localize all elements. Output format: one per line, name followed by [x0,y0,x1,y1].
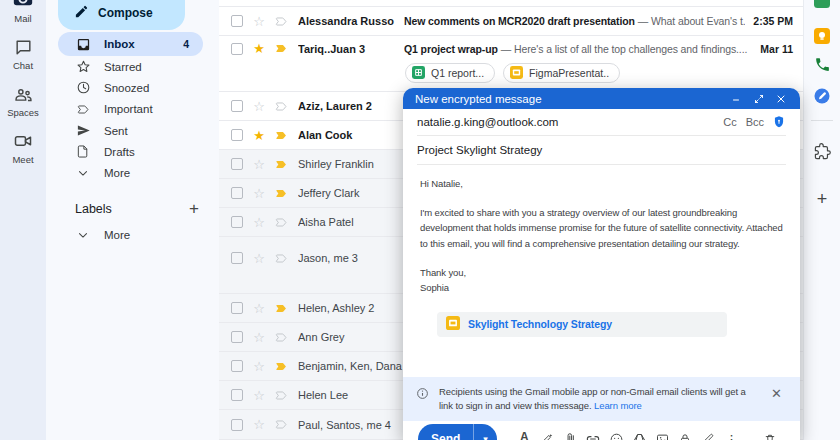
attachment-chip[interactable]: Q1 report... [405,63,495,83]
importance-marker-outline-icon[interactable] [274,14,290,28]
importance-marker-outline-icon[interactable] [274,99,290,113]
row-checkbox[interactable] [231,216,243,228]
drive-icon[interactable] [628,429,651,440]
rail-item-spaces[interactable]: Spaces [7,83,39,118]
email-row[interactable]: ☆Alessandra RussoNew comments on MCR2020… [219,7,803,36]
sidebar-item-more-labels[interactable]: More [58,224,203,245]
attachment-chip[interactable]: Skylight Technology Strategy [437,312,727,337]
star-filled-icon[interactable]: ★ [252,129,266,142]
star-outline-icon[interactable]: ☆ [252,252,266,265]
add-label-button[interactable]: + [189,200,199,217]
expand-icon[interactable] [751,91,766,106]
rail-item-mail[interactable]: Mail [11,0,35,24]
importance-marker-filled-icon[interactable] [274,359,290,373]
pen-icon[interactable] [697,429,720,440]
email-row[interactable]: ★Tariq..Juan 3Q1 project wrap-up — Here'… [219,36,803,92]
emoji-icon[interactable] [605,429,628,440]
labels-header: Labels [75,202,112,216]
compose-button-label: Compose [98,6,153,20]
bcc-button[interactable]: Bcc [746,116,764,128]
star-outline-icon[interactable]: ☆ [252,100,266,113]
sidebar-item-inbox[interactable]: Inbox4 [58,32,203,56]
trash-icon[interactable] [758,429,781,440]
link-icon[interactable] [582,429,605,440]
row-checkbox[interactable] [231,100,243,112]
importance-marker-filled-icon[interactable] [274,301,290,315]
star-outline-icon[interactable]: ☆ [252,302,266,315]
compose-button[interactable]: Compose [58,0,185,30]
sidebar-item-label: More [104,229,130,241]
star-outline-icon[interactable]: ☆ [252,158,266,171]
subject-field[interactable]: Project Skylight Strategy [417,136,786,165]
row-checkbox[interactable] [231,129,243,141]
compose-titlebar[interactable]: New encrypted message [403,88,800,109]
addons-puzzle-icon[interactable] [814,143,831,160]
help-me-write-icon[interactable] [536,429,559,440]
sidebar-item-snoozed[interactable]: Snoozed [58,77,203,98]
body-greeting: Hi Natalie, [420,176,783,191]
row-checkbox[interactable] [231,389,243,401]
importance-marker-outline-icon[interactable] [274,215,290,229]
send-button[interactable]: Send ▾ [418,424,497,440]
attachment-chip[interactable]: FigmaPresentat.. [503,63,620,83]
encryption-shield-icon[interactable] [771,115,786,130]
star-filled-icon[interactable]: ★ [252,42,266,55]
image-icon[interactable] [651,429,674,440]
get-addons-plus-icon[interactable]: + [817,190,828,208]
importance-marker-outline-icon[interactable] [274,251,290,265]
voice-icon[interactable] [814,56,831,73]
row-checkbox[interactable] [231,15,243,27]
send-options-caret-icon[interactable]: ▾ [474,434,497,440]
more-options-icon[interactable]: ⋮ [720,429,743,440]
importance-marker-outline-icon[interactable] [274,418,290,432]
importance-marker-filled-icon[interactable] [274,42,290,56]
lock-icon[interactable] [674,429,697,440]
email-sender: Helen Lee [298,389,404,401]
importance-marker-filled-icon[interactable] [274,186,290,200]
minimize-icon[interactable] [729,91,744,106]
star-outline-icon[interactable]: ☆ [252,418,266,431]
rail-item-meet[interactable]: Meet [11,130,35,165]
sidebar-item-important[interactable]: Important [58,99,203,120]
formatting-icon[interactable]: A [513,429,536,440]
banner-close-icon[interactable]: ✕ [771,387,782,400]
sidebar-item-drafts[interactable]: Drafts [58,141,203,162]
attach-icon[interactable] [559,429,582,440]
sidebar-item-more[interactable]: More [58,162,203,183]
star-outline-icon[interactable]: ☆ [252,187,266,200]
sidebar-item-sent[interactable]: Sent [58,120,203,141]
keep-icon[interactable] [814,28,830,44]
star-outline-icon[interactable]: ☆ [252,389,266,402]
importance-marker-outline-icon[interactable] [274,388,290,402]
info-icon [416,386,429,404]
close-icon[interactable] [773,91,788,106]
importance-marker-outline-icon[interactable] [274,330,290,344]
row-checkbox[interactable] [231,158,243,170]
more-dots: ⋮ [725,432,738,440]
star-outline-icon[interactable]: ☆ [252,331,266,344]
subject-bold: New comments on MCR2020 draft presentati… [404,15,635,27]
row-checkbox[interactable] [231,302,243,314]
row-checkbox[interactable] [231,360,243,372]
message-body[interactable]: Hi Natalie, I'm excited to share with yo… [403,165,800,337]
to-field[interactable]: natalie.g.king@outlook.com Cc Bcc [417,109,786,136]
calendar-icon[interactable] [814,0,830,8]
importance-marker-filled-icon[interactable] [274,157,290,171]
row-checkbox[interactable] [231,43,243,55]
star-outline-icon[interactable]: ☆ [252,216,266,229]
rail-item-chat[interactable]: Chat [11,36,35,71]
sidebar-item-starred[interactable]: Starred [58,56,203,77]
learn-more-link[interactable]: Learn more [594,400,642,411]
star-outline-icon[interactable]: ☆ [252,360,266,373]
side-panel-rail: + [803,0,840,440]
cc-button[interactable]: Cc [723,116,736,128]
row-checkbox[interactable] [231,331,243,343]
sidebar-item-label: Starred [104,61,142,73]
row-checkbox[interactable] [231,252,243,264]
send-button-label: Send [418,432,473,440]
row-checkbox[interactable] [231,187,243,199]
importance-marker-filled-icon[interactable] [274,128,290,142]
tasks-icon[interactable] [813,87,831,105]
star-outline-icon[interactable]: ☆ [252,15,266,28]
row-checkbox[interactable] [231,419,243,431]
